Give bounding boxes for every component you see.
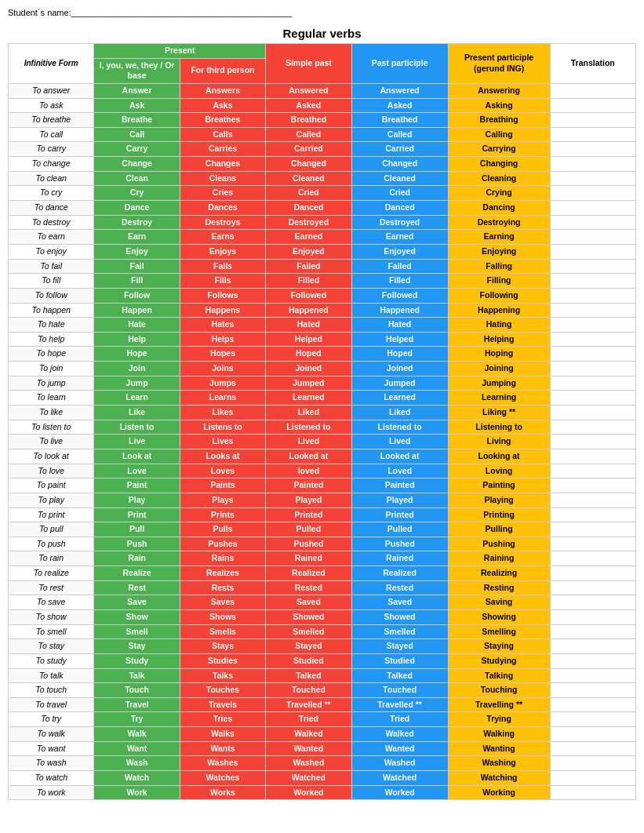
cell-5: Changing (448, 157, 550, 172)
cell-3: Painted (266, 478, 351, 493)
table-row: To happenHappenHappensHappenedHappenedHa… (9, 303, 636, 318)
table-row: To carryCarryCarriesCarriedCarriedCarryi… (9, 142, 636, 157)
table-row: To cryCryCriesCriedCriedCrying (9, 186, 636, 201)
cell-0: To fail (9, 259, 94, 274)
cell-5: Saving (448, 595, 550, 610)
cell-5: Helping (448, 332, 550, 347)
table-row: To saveSaveSavesSavedSavedSaving (9, 595, 636, 610)
cell-0: To call (9, 127, 94, 142)
cell-1: Walk (94, 727, 180, 742)
cell-5: Realizing (448, 566, 550, 581)
cell-6 (550, 83, 635, 98)
cell-2: Pushes (180, 537, 265, 551)
cell-3: Pushed (266, 537, 351, 551)
cell-6 (550, 668, 635, 683)
cell-5: Walking (448, 727, 550, 742)
cell-0: To cry (9, 186, 94, 201)
cell-4: Worked (351, 785, 448, 800)
cell-3: loved (266, 464, 351, 478)
cell-3: Showed (266, 609, 351, 624)
header-base: I, you, we, they / Or base (94, 58, 180, 83)
cell-3: Carried (266, 142, 351, 157)
cell-1: Like (94, 406, 180, 420)
table-row: To enjoyEnjoyEnjoysEnjoyedEnjoyedEnjoyin… (9, 244, 636, 259)
cell-2: Earns (180, 230, 265, 245)
student-name-line: Student´s name:_________________________… (8, 8, 636, 17)
cell-0: To want (9, 741, 94, 756)
cell-0: To earn (9, 230, 94, 245)
cell-1: Fail (94, 259, 180, 274)
cell-4: Jumped (351, 376, 448, 391)
cell-2: Loves (180, 464, 265, 478)
header-present-group: Present (94, 44, 266, 59)
cell-3: Wanted (266, 741, 351, 756)
cell-6 (550, 230, 635, 245)
cell-1: Try (94, 712, 180, 727)
cell-5: Wanting (448, 741, 550, 756)
cell-2: Plays (180, 493, 265, 507)
cell-6 (550, 318, 635, 333)
cell-0: To carry (9, 142, 94, 157)
cell-1: Jump (94, 376, 180, 391)
cell-1: Ask (94, 98, 180, 113)
cell-4: Studied (351, 653, 448, 668)
cell-0: To love (9, 464, 94, 478)
table-row: To listen toListen toListens toListened … (9, 420, 636, 435)
cell-1: Wash (94, 756, 180, 771)
cell-1: Save (94, 595, 180, 610)
cell-0: To enjoy (9, 244, 94, 259)
cell-1: Happen (94, 303, 180, 318)
cell-6 (550, 537, 635, 551)
table-row: To joinJoinJoinsJoinedJoinedJoining (9, 362, 636, 376)
cell-3: Printed (266, 507, 351, 522)
cell-4: Watched (351, 771, 448, 786)
cell-3: Cried (266, 186, 351, 201)
table-row: To learnLearnLearnsLearnedLearnedLearnin… (9, 391, 636, 406)
cell-1: Dance (94, 201, 180, 216)
cell-3: Tried (266, 712, 351, 727)
cell-6 (550, 171, 635, 186)
cell-0: To learn (9, 391, 94, 406)
cell-3: Liked (266, 406, 351, 420)
cell-6 (550, 157, 635, 172)
table-row: To playPlayPlaysPlayedPlayedPlaying (9, 493, 636, 507)
table-row: To washWashWashesWashedWashedWashing (9, 756, 636, 771)
cell-5: Trying (448, 712, 550, 727)
cell-6 (550, 449, 635, 464)
table-row: To smellSmellSmellsSmelledSmelledSmellin… (9, 624, 636, 639)
cell-2: Destroys (180, 215, 265, 230)
cell-2: Enjoys (180, 244, 265, 259)
cell-4: Breathed (351, 113, 448, 128)
cell-4: Stayed (351, 639, 448, 654)
cell-1: Rest (94, 580, 180, 595)
cell-4: Loved (351, 464, 448, 478)
cell-4: Painted (351, 478, 448, 493)
header-third: For third person (180, 58, 265, 83)
cell-2: Falls (180, 259, 265, 274)
cell-4: Called (351, 127, 448, 142)
cell-3: Listened to (266, 420, 351, 435)
cell-3: Filled (266, 274, 351, 289)
table-row: To earnEarnEarnsEarnedEarnedEarning (9, 230, 636, 245)
table-row: To breatheBreatheBreathesBreathedBreathe… (9, 113, 636, 128)
cell-4: Changed (351, 157, 448, 172)
cell-4: Talked (351, 668, 448, 683)
cell-3: Asked (266, 98, 351, 113)
cell-3: Played (266, 493, 351, 507)
table-row: To helpHelpHelpsHelpedHelpedHelping (9, 332, 636, 347)
cell-4: Earned (351, 230, 448, 245)
cell-0: To try (9, 712, 94, 727)
table-row: To travelTravelTravelsTravelled **Travel… (9, 697, 636, 712)
cell-2: Works (180, 785, 265, 800)
cell-5: Listening to (448, 420, 550, 435)
cell-2: Shows (180, 609, 265, 624)
cell-3: Enjoyed (266, 244, 351, 259)
cell-2: Helps (180, 332, 265, 347)
cell-5: Happening (448, 303, 550, 318)
cell-1: Enjoy (94, 244, 180, 259)
cell-2: Lives (180, 435, 265, 449)
cell-2: Talks (180, 668, 265, 683)
cell-4: Pulled (351, 522, 448, 537)
cell-6 (550, 566, 635, 581)
cell-4: Travelled ** (351, 697, 448, 712)
